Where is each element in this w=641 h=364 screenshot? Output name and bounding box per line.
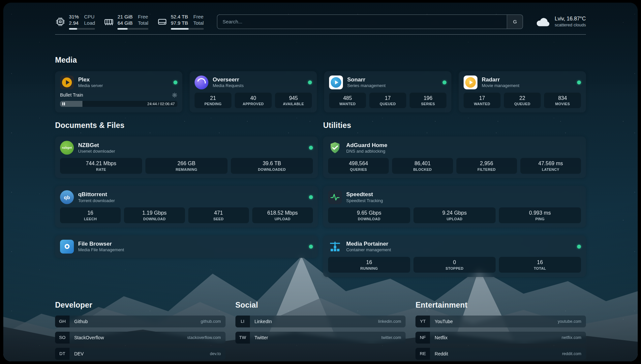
- cpu-values: 31% 2.94: [69, 14, 79, 26]
- stat-value: 744.21 Mbps: [61, 160, 141, 167]
- bookmarks-section: Developer GH Github github.com SO StackO…: [55, 301, 586, 361]
- memory-free-label: Free: [138, 14, 148, 20]
- stat-download: 1.19 Gbps DOWNLOAD: [124, 207, 185, 223]
- bookmark-stackoverflow[interactable]: SO StackOverflow stackoverflow.com: [55, 332, 226, 344]
- service-card-portainer[interactable]: Media Portainer Container management 16 …: [323, 235, 586, 277]
- service-card-nzbget[interactable]: nzbget NZBGet Usenet downloader 744.21 M…: [55, 136, 318, 178]
- service-name: Speedtest: [346, 191, 383, 198]
- bookmark-url: reddit.com: [562, 351, 581, 356]
- adguard-shield-icon: [328, 141, 342, 155]
- stat-upload: 9.24 Gbps UPLOAD: [413, 207, 496, 223]
- content-container: 31% 2.94 CPU Load: [55, 3, 586, 361]
- service-name: Sonarr: [347, 76, 385, 83]
- now-playing-title: Bullet Train: [60, 92, 83, 98]
- stat-value: 16: [500, 259, 580, 266]
- top-bar: 31% 2.94 CPU Load: [55, 14, 586, 30]
- speedtest-stats: 9.65 Gbps DOWNLOAD 9.24 Gbps UPLOAD 0.99…: [328, 207, 581, 223]
- stat-label: SEED: [190, 217, 248, 221]
- developer-bookmarks: Developer GH Github github.com SO StackO…: [55, 301, 226, 361]
- social-section-title: Social: [235, 301, 406, 310]
- stat-label: STOPPED: [415, 266, 494, 270]
- header-divider: [55, 34, 586, 35]
- social-bookmarks: Social LI LinkedIn linkedin.com TW Twitt…: [235, 301, 406, 361]
- filebrowser-header: File Browser Media File Management: [60, 240, 313, 254]
- cpu-progress-bar: [69, 28, 95, 30]
- stat-value: 0.993 ms: [500, 210, 580, 217]
- radarr-header: Radarr Movie management: [464, 76, 581, 89]
- search-provider-button[interactable]: G: [507, 15, 523, 29]
- service-description: DNS and adblocking: [346, 149, 387, 154]
- bookmark-dev[interactable]: DT DEV dev.to: [55, 348, 226, 360]
- stat-label: APPROVED: [236, 102, 270, 106]
- stat-value: 9.24 Gbps: [415, 210, 494, 217]
- stat-queries: 498,564 QUERIES: [328, 158, 389, 174]
- stat-value: 9.65 Gbps: [329, 210, 409, 217]
- stat-label: WANTED: [330, 102, 365, 106]
- nzbget-icon: nzbget: [60, 141, 74, 155]
- bookmark-name: StackOverflow: [74, 335, 104, 340]
- plex-header: Plex Media server: [60, 76, 177, 89]
- service-description: Speedtest Tracking: [346, 198, 383, 203]
- service-description: Torrent downloader: [78, 198, 115, 203]
- playback-progress-bar: 24:44 / 02:06:47: [60, 101, 177, 107]
- portainer-title-block: Media Portainer Container management: [346, 240, 391, 253]
- stat-value: 485: [330, 95, 365, 102]
- bookmark-url: github.com: [201, 319, 221, 324]
- bookmark-name: LinkedIn: [255, 319, 272, 324]
- service-description: Media server: [78, 83, 103, 88]
- stat-upload: 618.52 Mbps UPLOAD: [252, 207, 313, 223]
- cpu-widget-body: 31% 2.94 CPU Load: [69, 14, 95, 30]
- service-card-speedtest[interactable]: Speedtest Speedtest Tracking 9.65 Gbps D…: [323, 186, 586, 228]
- status-dot: [173, 80, 177, 84]
- bookmark-youtube[interactable]: YT YouTube youtube.com: [415, 316, 586, 327]
- disk-progress-fill: [171, 28, 189, 30]
- service-card-adguard[interactable]: AdGuard Home DNS and adblocking 498,564 …: [323, 136, 586, 178]
- service-card-sonarr[interactable]: Sonarr Series management 485 WANTED 17 Q…: [324, 71, 451, 113]
- disk-labels: Free Total: [193, 14, 204, 26]
- sonarr-stats: 485 WANTED 17 QUEUED 196 SERIES: [329, 93, 446, 108]
- stat-available: 945 AVAILABLE: [275, 93, 312, 108]
- service-card-filebrowser[interactable]: File Browser Media File Management: [55, 235, 318, 258]
- bookmark-abbr: TW: [235, 332, 250, 344]
- qbittorrent-stats: 16 LEECH 1.19 Gbps DOWNLOAD 471 SEED 6: [60, 207, 313, 223]
- stat-movies: 834 MOVIES: [544, 93, 581, 108]
- dashboard-page: 31% 2.94 CPU Load: [3, 3, 638, 361]
- sonarr-icon-circle: [331, 77, 341, 88]
- bookmark-url: dev.to: [210, 351, 221, 356]
- entertainment-bookmarks: Entertainment YT YouTube youtube.com NF …: [415, 301, 586, 361]
- radarr-stats: 17 WANTED 22 QUEUED 834 MOVIES: [464, 93, 581, 108]
- service-name: AdGuard Home: [346, 142, 387, 149]
- stat-value: 618.52 Mbps: [254, 210, 312, 217]
- service-card-qbittorrent[interactable]: qb qBittorrent Torrent downloader 16 LEE…: [55, 186, 318, 228]
- bookmark-netflix[interactable]: NF Netflix netflix.com: [415, 332, 586, 344]
- bookmark-name: Github: [74, 319, 88, 324]
- adguard-header: AdGuard Home DNS and adblocking: [328, 141, 581, 155]
- service-card-overseerr[interactable]: Overseerr Media Requests 21 PENDING 40 A…: [190, 71, 317, 113]
- status-dot: [309, 146, 313, 150]
- service-description: Media Requests: [213, 83, 244, 88]
- bookmark-twitter[interactable]: TW Twitter twitter.com: [235, 332, 406, 344]
- stat-label: AVAILABLE: [276, 102, 311, 106]
- service-name: NZBGet: [78, 142, 115, 149]
- bookmark-github[interactable]: GH Github github.com: [55, 316, 226, 327]
- bookmark-name: Netflix: [435, 335, 447, 340]
- stat-value: 39.6 TB: [232, 160, 312, 167]
- gear-icon[interactable]: [172, 92, 177, 98]
- nzbget-title-block: NZBGet Usenet downloader: [78, 142, 115, 154]
- stat-label: UPLOAD: [254, 217, 312, 221]
- filebrowser-title-block: File Browser Media File Management: [78, 240, 124, 253]
- search-input[interactable]: [217, 15, 507, 29]
- bookmark-name: DEV: [74, 351, 84, 356]
- bookmark-reddit[interactable]: RE Reddit reddit.com: [415, 348, 586, 360]
- service-name: Plex: [78, 76, 103, 83]
- status-dot: [309, 195, 313, 199]
- bookmark-url: stackoverflow.com: [187, 335, 221, 340]
- stat-wanted: 17 WANTED: [464, 93, 501, 108]
- stat-value: 1.19 Gbps: [125, 210, 183, 217]
- stat-label: QUEUED: [505, 102, 539, 106]
- service-card-radarr[interactable]: Radarr Movie management 17 WANTED 22 QUE…: [459, 71, 586, 113]
- service-card-plex[interactable]: Plex Media server Bullet Train: [55, 71, 182, 113]
- bookmark-linkedin[interactable]: LI LinkedIn linkedin.com: [235, 316, 406, 327]
- stat-seed: 471 SEED: [188, 207, 249, 223]
- stat-label: PING: [500, 217, 580, 221]
